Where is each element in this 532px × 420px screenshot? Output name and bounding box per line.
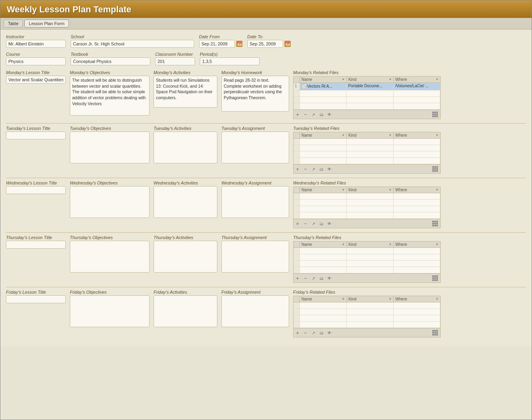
textbook-input[interactable] [71, 57, 150, 65]
course-input[interactable] [6, 57, 66, 65]
thursday-activities-input[interactable] [154, 241, 217, 273]
col-header-where[interactable]: Where ▼ [394, 187, 440, 193]
tuesday-activities-input[interactable] [154, 131, 217, 163]
col-header-kind[interactable]: Kind ▼ [347, 187, 394, 193]
date-to-calendar-icon[interactable]: 📅 [284, 41, 291, 47]
tuesday-title-group: Tuesday's Lesson Title [6, 126, 66, 139]
new-file-button[interactable]: ↗ [310, 330, 317, 336]
tuesday-objectives-input[interactable] [70, 131, 150, 163]
folder-button[interactable]: 🗂 [318, 220, 325, 227]
wednesday-hw-input[interactable] [221, 186, 289, 218]
wednesday-title-input[interactable] [6, 186, 66, 194]
add-file-button[interactable]: + [294, 220, 301, 227]
tuesday-title-input[interactable] [6, 131, 66, 139]
thursday-hw-input[interactable] [221, 241, 289, 273]
friday-title-input[interactable] [6, 295, 66, 303]
sort-arrow-kind: ▼ [388, 133, 392, 137]
folder-button[interactable]: 🗂 [318, 166, 325, 172]
instructor-group: Instructor [6, 34, 66, 48]
date-to-group: Date To 📅 [247, 34, 291, 48]
remove-file-button[interactable]: − [302, 330, 309, 336]
remove-file-button[interactable]: − [302, 166, 309, 172]
grid-layout-icon[interactable] [432, 166, 439, 172]
tuesday-files-table: Name ▼ Kind ▼ Where ▼ [293, 132, 441, 165]
files-row[interactable]: 1 Vectors Rt A... Portable Docume... /Vo… [294, 83, 440, 90]
add-file-button[interactable]: + [294, 275, 301, 281]
date-to-input[interactable] [247, 40, 283, 48]
remove-file-button[interactable]: − [302, 111, 309, 118]
col-header-kind[interactable]: Kind ▼ [347, 241, 394, 247]
new-file-button[interactable]: ↗ [310, 166, 317, 172]
friday-activities-group: Friday's Activities [154, 290, 217, 327]
col-header-kind[interactable]: Kind ▼ [347, 132, 394, 138]
date-from-label: Date From [199, 34, 242, 39]
day-section-wednesday: Wednesday's Lesson Title Wednesday's Obj… [6, 181, 526, 228]
new-file-button[interactable]: ↗ [310, 275, 317, 281]
thursday-files-toolbar: + − ↗ 🗂 👁 [293, 274, 441, 283]
date-from-input[interactable] [199, 40, 235, 48]
col-name-label: Name [301, 188, 312, 192]
files-row-empty [294, 97, 440, 103]
new-file-button[interactable]: ↗ [310, 111, 317, 118]
files-row-empty [294, 261, 440, 267]
col-header-where[interactable]: Where ▼ [394, 132, 440, 138]
add-file-button[interactable]: + [294, 111, 301, 118]
col-header-where[interactable]: Where ▼ [394, 241, 440, 247]
thursday-hw-group: Thursday's Assignment [221, 235, 289, 273]
add-file-button[interactable]: + [294, 166, 301, 172]
date-from-calendar-icon[interactable]: 📅 [236, 41, 242, 47]
grid-layout-icon[interactable] [432, 112, 439, 117]
col-header-name[interactable]: Name ▼ [300, 187, 347, 193]
preview-button[interactable]: 👁 [326, 275, 333, 281]
col-header-kind[interactable]: Kind ▼ [347, 77, 394, 82]
monday-hw-label: Monday's Homework [221, 70, 289, 75]
folder-button[interactable]: 🗂 [318, 275, 325, 281]
col-header-name[interactable]: Name ▼ [300, 241, 347, 247]
date-from-group: Date From 📅 [199, 34, 242, 48]
grid-layout-icon[interactable] [432, 221, 439, 226]
remove-file-button[interactable]: − [302, 275, 309, 281]
col-name-label: Name [301, 133, 312, 137]
periods-input[interactable] [200, 57, 260, 65]
sort-arrow-where: ▼ [435, 297, 439, 301]
monday-objectives-input[interactable]: The student will be able to distinguish … [70, 76, 150, 116]
col-header-where[interactable]: Where ▼ [394, 296, 440, 302]
sort-arrow-kind: ▼ [388, 78, 392, 81]
wednesday-activities-input[interactable] [154, 186, 217, 218]
col-header-name[interactable]: Name ▼ [300, 77, 347, 82]
tab-table[interactable]: Table [4, 20, 23, 27]
day-section-tuesday: Tuesday's Lesson Title Tuesday's Objecti… [6, 126, 526, 174]
friday-activities-input[interactable] [154, 295, 217, 327]
monday-activities-input[interactable]: Students will run Simulations 13: Coconu… [154, 76, 217, 108]
wednesday-objectives-input[interactable] [70, 186, 150, 218]
col-header-name[interactable]: Name ▼ [300, 296, 347, 302]
folder-button[interactable]: 🗂 [318, 111, 325, 118]
preview-button[interactable]: 👁 [326, 166, 333, 172]
friday-objectives-input[interactable] [70, 295, 150, 327]
files-row-empty [294, 267, 440, 273]
monday-files-label: Monday's Related Files [293, 70, 441, 75]
new-file-button[interactable]: ↗ [310, 220, 317, 227]
monday-hw-input[interactable]: Read pags 28-32 in text. Complete worksh… [221, 76, 289, 112]
grid-layout-icon[interactable] [432, 330, 439, 336]
thursday-objectives-input[interactable] [70, 241, 150, 273]
classroom-input[interactable] [155, 57, 195, 65]
remove-file-button[interactable]: − [302, 220, 309, 227]
thursday-title-input[interactable] [6, 241, 66, 249]
grid-layout-icon[interactable] [432, 275, 439, 281]
col-header-where[interactable]: Where ▼ [394, 77, 440, 82]
folder-button[interactable]: 🗂 [318, 330, 325, 336]
preview-button[interactable]: 👁 [326, 111, 333, 118]
col-header-kind[interactable]: Kind ▼ [347, 296, 394, 302]
add-file-button[interactable]: + [294, 330, 301, 336]
monday-title-input[interactable] [6, 76, 66, 84]
preview-button[interactable]: 👁 [326, 330, 333, 336]
school-input[interactable] [71, 40, 194, 48]
col-header-name[interactable]: Name ▼ [300, 132, 347, 138]
instructor-input[interactable] [6, 40, 66, 48]
tuesday-hw-input[interactable] [221, 131, 289, 163]
friday-hw-input[interactable] [221, 295, 289, 327]
tab-lesson-plan-form[interactable]: Lesson Plan Form [24, 20, 69, 27]
preview-button[interactable]: 👁 [326, 220, 333, 227]
friday-activities-label: Friday's Activities [154, 290, 217, 294]
